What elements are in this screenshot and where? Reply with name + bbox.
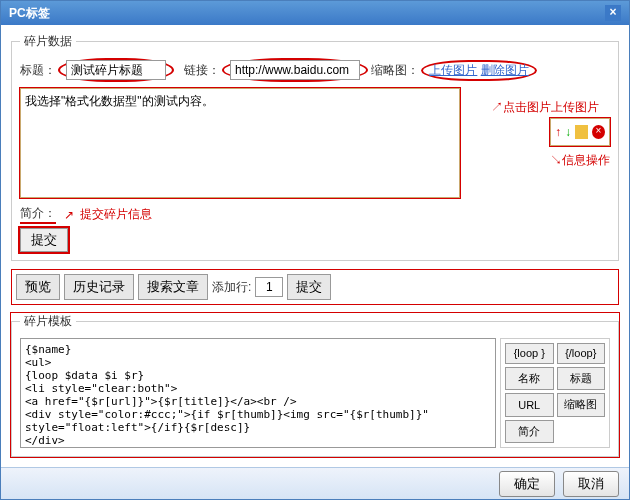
toolbar-submit-button[interactable]: 提交 bbox=[287, 274, 331, 300]
thumb-oval-anno: 上传图片 删除图片 bbox=[421, 60, 536, 81]
dialog-window: PC标签 × 碎片数据 标题： 链接： 缩略图： 上传图片 删除图片 bbox=[0, 0, 630, 500]
edit-icon[interactable] bbox=[575, 125, 588, 139]
add-row-label: 添加行: bbox=[212, 279, 251, 296]
tpl-name-button[interactable]: 名称 bbox=[505, 367, 554, 391]
add-row-input[interactable] bbox=[255, 277, 283, 297]
fragment-submit-button[interactable]: 提交 bbox=[20, 228, 68, 252]
tpl-loop-button[interactable]: {loop } bbox=[505, 343, 554, 364]
history-button[interactable]: 历史记录 bbox=[64, 274, 134, 300]
dialog-title: PC标签 bbox=[9, 1, 50, 25]
content-textarea[interactable] bbox=[20, 88, 460, 198]
template-textarea[interactable] bbox=[20, 338, 496, 448]
ok-button[interactable]: 确定 bbox=[499, 471, 555, 497]
link-label: 链接： bbox=[184, 62, 220, 79]
fragment-data-fieldset: 碎片数据 标题： 链接： 缩略图： 上传图片 删除图片 bbox=[11, 33, 619, 261]
template-wrap: {loop } {/loop} 名称 标题 URL 缩略图 简介 bbox=[20, 338, 610, 448]
title-link-row: 标题： 链接： 缩略图： 上传图片 删除图片 bbox=[20, 58, 610, 82]
ops-anno: ↘信息操作 bbox=[550, 152, 610, 169]
move-down-icon[interactable]: ↓ bbox=[565, 125, 571, 139]
title-label: 标题： bbox=[20, 62, 56, 79]
tpl-intro-button[interactable]: 简介 bbox=[505, 420, 554, 444]
tpl-thumb-button[interactable]: 缩略图 bbox=[557, 393, 606, 417]
upload-anno: ↗点击图片上传图片 bbox=[491, 99, 599, 116]
template-buttons: {loop } {/loop} 名称 标题 URL 缩略图 简介 bbox=[500, 338, 610, 448]
dialog-body: 碎片数据 标题： 链接： 缩略图： 上传图片 删除图片 bbox=[1, 25, 629, 467]
close-icon[interactable]: × bbox=[605, 5, 621, 21]
search-article-button[interactable]: 搜索文章 bbox=[138, 274, 208, 300]
titlebar: PC标签 × bbox=[1, 1, 629, 25]
submit-anno-text: 提交碎片信息 bbox=[80, 206, 152, 223]
ops-box: ↑ ↓ × bbox=[550, 118, 610, 146]
preview-button[interactable]: 预览 bbox=[16, 274, 60, 300]
tpl-title-button[interactable]: 标题 bbox=[557, 367, 606, 391]
upload-image-link[interactable]: 上传图片 bbox=[429, 63, 477, 77]
template-fieldset: 碎片模板 {loop } {/loop} 名称 标题 URL 缩略图 简介 bbox=[11, 313, 619, 457]
template-legend: 碎片模板 bbox=[20, 313, 76, 330]
link-oval-anno bbox=[222, 58, 368, 82]
fragment-data-legend: 碎片数据 bbox=[20, 33, 76, 50]
tpl-url-button[interactable]: URL bbox=[505, 393, 554, 417]
title-input[interactable] bbox=[66, 60, 166, 80]
delete-image-link[interactable]: 删除图片 bbox=[481, 63, 529, 77]
move-up-icon[interactable]: ↑ bbox=[555, 125, 561, 139]
delete-icon[interactable]: × bbox=[592, 125, 605, 139]
thumb-label: 缩略图： bbox=[371, 62, 419, 79]
link-input[interactable] bbox=[230, 60, 360, 80]
title-oval-anno bbox=[58, 58, 174, 82]
cancel-button[interactable]: 取消 bbox=[563, 471, 619, 497]
toolbar: 预览 历史记录 搜索文章 添加行: 提交 bbox=[11, 269, 619, 305]
intro-label: 简介： bbox=[20, 205, 56, 224]
dialog-footer: 确定 取消 bbox=[1, 467, 629, 499]
tpl-endloop-button[interactable]: {/loop} bbox=[557, 343, 606, 364]
submit-anno-arrow: ↗ bbox=[64, 208, 74, 222]
